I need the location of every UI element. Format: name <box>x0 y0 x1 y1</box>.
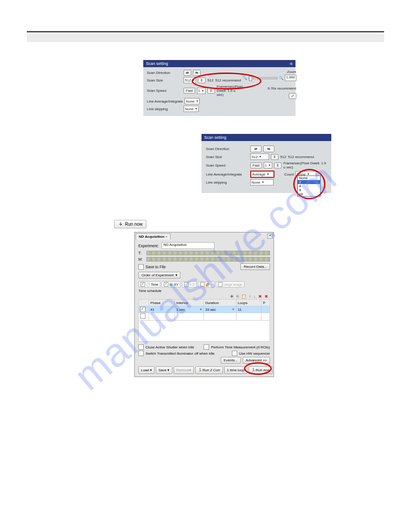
layers-icon: ≡ <box>189 283 191 287</box>
cell-loops[interactable]: 11 <box>236 306 261 313</box>
hw-sequencer-checkbox[interactable] <box>232 351 237 356</box>
events-button[interactable]: Events... <box>221 357 241 364</box>
save-to-file-checkbox[interactable] <box>138 264 144 270</box>
time-measurement-checkbox[interactable] <box>204 344 209 350</box>
zoom-rec: 9.76x recommend <box>243 86 296 90</box>
tab-large-image[interactable]: Large Image <box>216 281 244 287</box>
p2-count-label: Count <box>284 172 294 176</box>
frame-hint: Frame/sec(Pixel Dwell: 1.9 u sec) <box>217 85 243 97</box>
add-icon[interactable]: ✚ <box>230 294 234 299</box>
scan-speed-combo[interactable]: 1▼ <box>197 88 206 94</box>
tab-xy[interactable]: ▦XY <box>162 281 180 287</box>
panel-title-text: Scan setting <box>146 61 168 66</box>
p2-scan-size-hint: 512 <box>280 155 286 159</box>
dimension-tabs: 🕑Time ▦XY ≡Z 🌈λ Large Image <box>138 281 270 287</box>
p2-line-avg-combo[interactable]: Average▼ <box>250 171 274 178</box>
nd-tab[interactable]: ND Acquisition × <box>136 233 171 240</box>
scan-dir-bi-button[interactable]: ⇆ <box>193 70 201 76</box>
p2-scan-dir-bi-button[interactable]: ⇆ <box>263 146 274 152</box>
schedule-table: Phase Interval Duration Loops 🏳 #1 1 sec… <box>138 299 270 342</box>
p2-line-skip-label: Line skipping <box>206 180 248 184</box>
dropdown-item-selected[interactable]: 2 <box>298 180 320 184</box>
p2-frame-hint: Frame/sec(Pixel Dwell: 1.9 u sec) <box>283 161 327 169</box>
tab-lambda[interactable]: 🌈λ <box>198 281 214 287</box>
p2-line-avg-label: Line Average/Integrate <box>206 172 248 176</box>
scan-setting-panel-1: Scan setting ⊖ Scan Direction ⇄ ⇆ Scan S… <box>143 60 295 116</box>
zoom-out-icon[interactable]: 🔍 <box>243 76 247 80</box>
run-z-corr-button[interactable]: 🏃Run Z Corr <box>195 366 223 374</box>
zoom-slider[interactable] <box>248 77 278 79</box>
run-now-button[interactable]: 🏃Run now <box>248 366 273 374</box>
count-dropdown-open[interactable]: None 2 4 8 16 <box>297 176 321 197</box>
table-row[interactable] <box>139 313 270 321</box>
save-button[interactable]: Save ▾ <box>156 366 172 374</box>
line-skip-combo[interactable]: None▼ <box>184 106 199 112</box>
save-to-file-label: Save to File <box>146 265 166 269</box>
experiment-label: Experiment: <box>138 244 160 248</box>
p2-scan-size-spinner[interactable]: ⇕ <box>271 154 278 160</box>
col-loops[interactable]: Loops <box>236 300 261 306</box>
close-icon[interactable]: × <box>267 233 273 239</box>
scan-speed-spinner[interactable]: ⇕ <box>207 88 215 94</box>
switch-illum-checkbox[interactable] <box>138 351 144 356</box>
up-icon[interactable]: ↑ <box>249 294 251 299</box>
t-progress <box>146 251 270 255</box>
experiment-input[interactable]: ND Acquisition <box>162 242 214 249</box>
advanced-button[interactable]: Advanced >> <box>243 357 270 364</box>
col-duration[interactable]: Duration <box>204 300 236 306</box>
dropdown-item[interactable]: 4 <box>298 184 320 188</box>
p2-scan-speed-spinner[interactable]: ⇕ <box>274 163 282 168</box>
cell-interval[interactable]: 1 sec▼ <box>176 308 202 312</box>
one-time-loop-button[interactable]: 1 time loop <box>224 366 247 374</box>
line-avg-label: Line Average/Integrate <box>147 99 183 103</box>
p2-scan-speed-fast-button[interactable]: Fast <box>250 163 262 168</box>
collapse-icon[interactable]: ⊖ <box>290 62 293 66</box>
cell-phase: #1 <box>149 306 175 313</box>
load-button[interactable]: Load ▾ <box>138 366 154 374</box>
order-experiment-combo[interactable]: Order of Experiment ▾ <box>138 272 180 279</box>
row-checkbox[interactable] <box>140 307 146 312</box>
row-checkbox[interactable] <box>140 313 146 319</box>
table-row[interactable]: #1 1 sec▼ 10 sec▼ 11 <box>139 306 270 313</box>
scan-speed-fast-button[interactable]: Fast <box>184 88 195 94</box>
dropdown-item[interactable]: 8 <box>298 188 320 192</box>
close-shutter-checkbox[interactable] <box>138 344 144 350</box>
col-interval[interactable]: Interval <box>175 300 204 306</box>
tab-z[interactable]: ≡Z <box>182 281 197 287</box>
top-rule <box>27 31 384 32</box>
p2-scan-size-combo[interactable]: 512▼ <box>250 154 269 160</box>
cell-duration[interactable]: 10 sec▼ <box>205 308 234 312</box>
panel2-title: Scan setting <box>201 134 331 141</box>
p2-scan-speed-combo[interactable]: 1▼ <box>264 162 272 168</box>
time-schedule-label: Time schedule <box>138 289 270 293</box>
scan-size-combo[interactable]: 512▼ <box>184 77 196 83</box>
clear-icon[interactable]: ✖ <box>265 294 268 299</box>
remove-button[interactable]: Remove▾ <box>174 366 194 374</box>
p2-line-skip-combo[interactable]: None▼ <box>250 179 274 185</box>
time-measurement-label: Perform Time Measurement (0 ROIs) <box>211 345 270 349</box>
p2-scan-dir-uni-button[interactable]: ⇄ <box>250 146 261 152</box>
down-icon[interactable]: ↓ <box>254 294 256 299</box>
scan-size-spinner[interactable]: ⇕ <box>198 77 206 83</box>
runner-icon: 🏃 <box>198 368 202 372</box>
scan-dir-uni-button[interactable]: ⇄ <box>184 70 191 76</box>
delete-icon[interactable]: ✖ <box>258 294 262 299</box>
line-avg-combo[interactable]: None▼ <box>184 98 200 104</box>
p2-scan-size-rec: 512 recommend <box>288 155 314 159</box>
runner-icon <box>118 222 123 227</box>
zoom-in-icon[interactable]: 🔍 <box>279 76 283 80</box>
tab-time[interactable]: 🕑Time <box>138 281 160 287</box>
p2-scan-size-label: Scan Size <box>206 155 248 159</box>
col-phase[interactable]: Phase <box>149 300 175 306</box>
run-now-button-small[interactable]: Run now <box>114 220 146 228</box>
expand-button[interactable]: ⤢ <box>289 93 296 99</box>
table-row[interactable] <box>139 321 270 342</box>
col-flag: 🏳 <box>261 300 270 306</box>
copy-icon[interactable]: ⎘ <box>236 294 239 299</box>
zoom-value[interactable]: 1.000 <box>285 75 296 81</box>
dropdown-item[interactable]: None <box>298 176 320 180</box>
dropdown-item[interactable]: 16 <box>298 192 320 196</box>
record-data-button[interactable]: Record Data... <box>240 263 270 270</box>
t-label: T: <box>138 251 145 255</box>
paste-icon[interactable]: 📋 <box>241 294 246 299</box>
